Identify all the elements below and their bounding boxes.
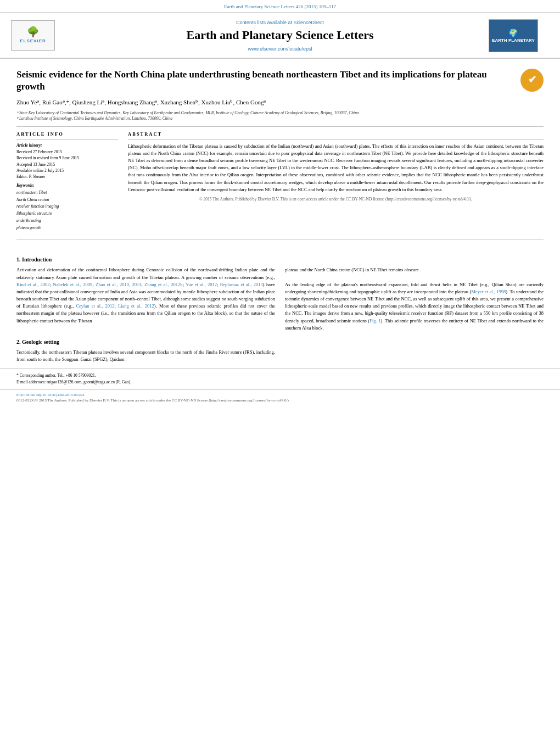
abstract-heading: ABSTRACT [128,131,544,140]
journal-url[interactable]: www.elsevier.com/locate/epsl [71,46,489,53]
keywords-section: Keywords: northeastern Tibet North China… [16,183,118,231]
ref-nabelek2009[interactable]: Nabelek et al., 2009 [53,282,92,287]
section2-heading: 2. Geologic setting [16,338,544,346]
footnote-area: * Corresponding author. Tel.: +86 10 579… [0,369,560,385]
page: Earth and Planetary Science Letters 426 … [0,0,560,742]
corresponding-tel: * Corresponding author. Tel.: +86 10 579… [16,372,544,378]
info-abstract-columns: ARTICLE INFO Article history: Received 2… [16,131,544,235]
contents-available-text: Contents lists available at ScienceDirec… [71,19,489,26]
license-content: © 2015 The Authors. Published by Elsevie… [199,197,472,202]
article-info-column: ARTICLE INFO Article history: Received 2… [16,131,118,235]
ref-meyer1998[interactable]: Meyer et al., 1998 [471,289,506,294]
accepted-date: Accepted 13 June 2015 [16,161,118,168]
doi-link[interactable]: http://dx.doi.org/10.1016/j.epsl.2015.06… [16,393,85,397]
section1-columns: Activation and deformation of the contin… [16,266,544,332]
abstract-text: Lithospheric deformation of the Tibetan … [128,143,544,193]
body-content: 1. Introduction Activation and deformati… [0,256,560,363]
ref-fig1[interactable]: Fig. 1 [369,318,380,323]
section1-col-right: plateau and the North China craton (NCC)… [285,266,544,332]
divider-1 [16,126,544,127]
affiliation-a: ᵃ State Key Laboratory of Continental Te… [16,110,544,116]
corresponding-author-note: * Corresponding author. Tel.: +86 10 579… [16,372,544,385]
divider-2 [16,239,544,239]
affiliations: ᵃ State Key Laboratory of Continental Te… [16,110,544,122]
section1-col-left: Activation and deformation of the contin… [16,266,275,332]
ref-kind2002[interactable]: Kind et al., 2002 [16,282,50,287]
journal-title: Earth and Planetary Science Letters [71,28,489,42]
elsevier-logo-area: 🌳 ELSEVIER [11,20,71,51]
section2-col-left: Tectonically, the northeastern Tibetan p… [16,349,275,363]
section2-columns: Tectonically, the northeastern Tibetan p… [16,349,544,363]
article-info-heading: ARTICLE INFO [16,131,118,140]
available-date: Available online 2 July 2015 [16,168,118,174]
keywords-label: Keywords: [16,183,118,189]
crossmark-badge: ✔ [520,69,544,92]
elsevier-wordmark: ELSEVIER [20,38,46,44]
keywords-list: northeastern Tibet North China craton re… [16,189,118,232]
license-text: © 2015 The Authors. Published by Elsevie… [128,197,544,203]
keyword-1: northeastern Tibet [16,189,118,197]
journal-title-area: Contents lists available at ScienceDirec… [71,19,489,53]
editor-line: Editor: P. Shearer [16,174,118,180]
revised-date: Received in revised form 9 June 2015 [16,155,118,161]
journal-logo-inner: 🌍 EARTH PLANETARY [492,28,535,44]
section2-text: Tectonically, the northeastern Tibetan p… [16,349,275,363]
footer-doi: http://dx.doi.org/10.1016/j.epsl.2015.06… [16,393,544,398]
sciencedirect-link[interactable]: ScienceDirect [294,20,324,25]
article-content: Seismic evidence for the North China pla… [0,59,560,249]
ref-replumaz2013[interactable]: Replumaz et al., 2013 [220,282,263,287]
keyword-3: receiver function imaging [16,203,118,210]
authors-line: Zhuo Yeᵃ, Rui Gaoᵃ,*, Qiusheng Liᵃ, Hong… [16,98,544,107]
journal-reference-bar: Earth and Planetary Science Letters 426 … [0,0,560,13]
journal-header: 🌳 ELSEVIER Contents lists available at S… [0,13,560,59]
journal-logo-area: 🌍 EARTH PLANETARY [489,19,549,52]
section1-text-left: Activation and deformation of the contin… [16,266,275,324]
footer-bar: http://dx.doi.org/10.1016/j.epsl.2015.06… [0,389,560,406]
email-line: E-mail addresses: ruigao126@126.com, gao… [16,379,544,385]
journal-reference: Earth and Planetary Science Letters 426 … [224,4,336,9]
ref-zhao2010[interactable]: Zhao et al., 2010, 2011 [96,282,141,287]
elsevier-tree-icon: 🌳 [27,27,39,37]
keyword-4: lithospheric structure [16,210,118,217]
affiliation-b: ᵇ Lanzhou Institute of Seismology, China… [16,116,544,122]
ref-zhang2012b[interactable]: Zhang et al., 2012b [144,282,183,287]
article-history-section: Article history: Received 27 February 20… [16,143,118,180]
section2-col-right [285,349,544,363]
ref-liang2012[interactable]: Liang et al., 2012 [118,303,154,309]
journal-logo-box: 🌍 EARTH PLANETARY [489,19,538,52]
history-label: Article history: [16,143,118,149]
article-title: Seismic evidence for the North China pla… [16,69,544,93]
ref-ceylan2012[interactable]: Ceylan et al., 2012 [76,303,114,309]
abstract-column: ABSTRACT Lithospheric deformation of the… [128,131,544,235]
ref-yue2012[interactable]: Yue et al., 2012 [186,282,217,287]
section1-heading: 1. Introduction [16,256,544,264]
received-date: Received 27 February 2015 [16,149,118,155]
footer-copyright: 0012-821X/© 2015 The Authors. Published … [16,398,544,404]
section1-text-right: plateau and the North China craton (NCC)… [285,266,544,332]
elsevier-logo-box: 🌳 ELSEVIER [11,20,55,51]
keyword-2: North China craton [16,197,118,204]
keyword-6: plateau growth [16,225,118,232]
keyword-5: underthrusting [16,217,118,225]
